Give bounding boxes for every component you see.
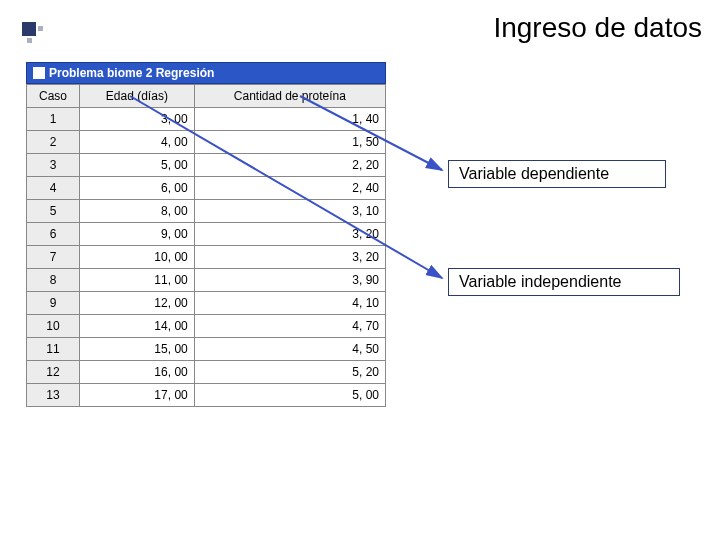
cell-caso: 7 <box>27 246 80 269</box>
cell-prot: 3, 20 <box>194 246 385 269</box>
annotation-independent: Variable independiente <box>448 268 680 296</box>
cell-edad: 6, 00 <box>80 177 195 200</box>
cell-prot: 3, 20 <box>194 223 385 246</box>
table-row: 1014, 004, 70 <box>27 315 386 338</box>
cell-caso: 11 <box>27 338 80 361</box>
slide-bullet-icon <box>22 22 36 36</box>
table-row: 912, 004, 10 <box>27 292 386 315</box>
app-icon <box>33 67 45 79</box>
cell-caso: 3 <box>27 154 80 177</box>
col-caso-header: Caso <box>27 85 80 108</box>
cell-edad: 10, 00 <box>80 246 195 269</box>
window-title-bar: Problema biome 2 Regresión <box>26 62 386 84</box>
cell-edad: 5, 00 <box>80 154 195 177</box>
cell-edad: 4, 00 <box>80 131 195 154</box>
cell-prot: 1, 40 <box>194 108 385 131</box>
cell-prot: 1, 50 <box>194 131 385 154</box>
cell-prot: 5, 20 <box>194 361 385 384</box>
cell-caso: 2 <box>27 131 80 154</box>
cell-caso: 5 <box>27 200 80 223</box>
table-row: 35, 002, 20 <box>27 154 386 177</box>
cell-edad: 8, 00 <box>80 200 195 223</box>
table-row: 1317, 005, 00 <box>27 384 386 407</box>
cell-caso: 4 <box>27 177 80 200</box>
cell-caso: 13 <box>27 384 80 407</box>
cell-edad: 16, 00 <box>80 361 195 384</box>
cell-edad: 15, 00 <box>80 338 195 361</box>
table-row: 58, 003, 10 <box>27 200 386 223</box>
table-row: 1115, 004, 50 <box>27 338 386 361</box>
data-window: Problema biome 2 Regresión Caso Edad (dí… <box>26 62 386 407</box>
table-row: 24, 001, 50 <box>27 131 386 154</box>
cell-caso: 1 <box>27 108 80 131</box>
table-row: 46, 002, 40 <box>27 177 386 200</box>
table-row: 1216, 005, 20 <box>27 361 386 384</box>
col-edad-header: Edad (días) <box>80 85 195 108</box>
cell-prot: 2, 20 <box>194 154 385 177</box>
table-row: 13, 001, 40 <box>27 108 386 131</box>
cell-edad: 12, 00 <box>80 292 195 315</box>
table-header-row: Caso Edad (días) Cantidad de proteína <box>27 85 386 108</box>
table-row: 710, 003, 20 <box>27 246 386 269</box>
annotation-dependent: Variable dependiente <box>448 160 666 188</box>
data-table: Caso Edad (días) Cantidad de proteína 13… <box>26 84 386 407</box>
cell-prot: 3, 10 <box>194 200 385 223</box>
cell-prot: 3, 90 <box>194 269 385 292</box>
page-title: Ingreso de datos <box>493 12 702 44</box>
col-prot-header: Cantidad de proteína <box>194 85 385 108</box>
cell-prot: 4, 70 <box>194 315 385 338</box>
cell-caso: 9 <box>27 292 80 315</box>
cell-prot: 2, 40 <box>194 177 385 200</box>
cell-caso: 6 <box>27 223 80 246</box>
cell-edad: 9, 00 <box>80 223 195 246</box>
cell-edad: 3, 00 <box>80 108 195 131</box>
cell-edad: 14, 00 <box>80 315 195 338</box>
table-row: 811, 003, 90 <box>27 269 386 292</box>
cell-caso: 10 <box>27 315 80 338</box>
cell-edad: 11, 00 <box>80 269 195 292</box>
cell-prot: 4, 10 <box>194 292 385 315</box>
cell-edad: 17, 00 <box>80 384 195 407</box>
window-title-text: Problema biome 2 Regresión <box>49 66 214 80</box>
table-row: 69, 003, 20 <box>27 223 386 246</box>
cell-caso: 8 <box>27 269 80 292</box>
cell-prot: 5, 00 <box>194 384 385 407</box>
cell-prot: 4, 50 <box>194 338 385 361</box>
cell-caso: 12 <box>27 361 80 384</box>
